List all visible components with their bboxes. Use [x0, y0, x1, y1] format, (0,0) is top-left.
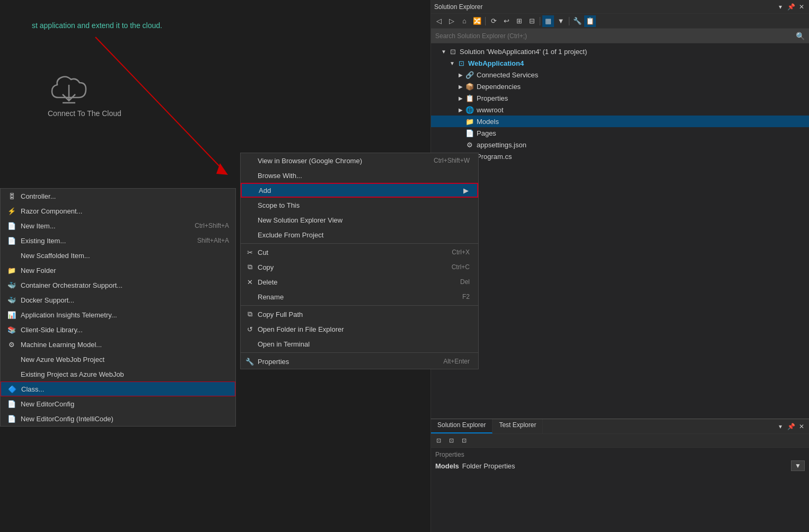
close-button[interactable]: ✕ — [797, 3, 806, 11]
settings-button[interactable]: 🔧 — [571, 15, 583, 27]
context-menu-item[interactable]: ✕DeleteDel — [241, 274, 478, 289]
context-menu-label: Scope to This — [258, 201, 300, 209]
add-submenu-label: New EditorConfig (IntelliCode) — [21, 415, 113, 423]
tree-item[interactable]: ▶📋Properties — [431, 92, 809, 104]
add-submenu-icon — [7, 369, 16, 379]
add-submenu-item[interactable]: ⚙Machine Learning Model... — [1, 337, 235, 352]
forward-button[interactable]: ▷ — [446, 15, 458, 27]
tree-item[interactable]: ▶📦Dependencies — [431, 81, 809, 92]
context-menu-item[interactable]: ✂CutCtrl+X — [241, 245, 478, 260]
context-menu-icon: 🔧 — [245, 357, 254, 366]
context-menu-item[interactable]: View in Browser (Google Chrome)Ctrl+Shif… — [241, 153, 478, 168]
add-submenu-item[interactable]: New Azure WebJob Project — [1, 352, 235, 367]
add-submenu-item[interactable]: 🎛Controller... — [1, 189, 235, 203]
bp-toolbar-btn-1[interactable]: ⊡ — [433, 436, 444, 446]
add-submenu-shortcut: Shift+Alt+A — [197, 237, 229, 244]
add-submenu-item[interactable]: 📁New Folder — [1, 263, 235, 278]
context-menu-item[interactable]: Exclude From Project — [241, 227, 478, 242]
tree-item[interactable]: ▶🔗Connected Services — [431, 69, 809, 81]
bp-content: Properties Models Folder Properties ▼ — [431, 448, 809, 532]
filter-button[interactable]: ▦ — [542, 15, 554, 27]
home-button[interactable]: ⌂ — [459, 15, 470, 27]
back-button[interactable]: ◁ — [433, 15, 445, 27]
tree-item[interactable]: ▶📁Models — [431, 116, 809, 127]
tree-icon: 📄 — [465, 128, 474, 138]
add-submenu-icon: ⚡ — [7, 206, 16, 216]
add-submenu-item[interactable]: 📄Existing Item...Shift+Alt+A — [1, 233, 235, 248]
add-submenu-item[interactable]: Existing Project as Azure WebJob — [1, 367, 235, 382]
add-submenu-icon: 📄 — [7, 221, 16, 230]
tree-item[interactable]: ▶🌐wwwroot — [431, 104, 809, 116]
bp-pin-window-button[interactable]: 📌 — [787, 422, 795, 431]
context-menu-item[interactable]: Open in Terminal — [241, 336, 478, 351]
add-submenu-item[interactable]: New Scaffolded Item... — [1, 248, 235, 263]
add-submenu-icon — [7, 251, 16, 260]
source-control-button[interactable]: 🔀 — [471, 15, 483, 27]
add-submenu-icon — [7, 354, 16, 364]
context-menu-item[interactable]: 🔧PropertiesAlt+Enter — [241, 354, 478, 369]
add-submenu-item[interactable]: 📊Application Insights Telemetry... — [1, 307, 235, 322]
tree-item-project[interactable]: ▼ ⊡ WebApplication4 — [431, 57, 809, 69]
horizontal-split-button[interactable]: ⊟ — [526, 15, 538, 27]
add-submenu-icon: 🐳 — [7, 280, 16, 290]
tree-icon: 🔗 — [465, 70, 474, 79]
context-menu-item[interactable]: Add▶ — [241, 183, 478, 198]
add-submenu-item[interactable]: 📄New Item...Ctrl+Shift+A — [1, 218, 235, 233]
add-submenu-item[interactable]: 📄New EditorConfig — [1, 396, 235, 411]
sync-button[interactable]: ⟳ — [488, 15, 499, 27]
project-icon: ⊡ — [456, 58, 466, 68]
tree-item[interactable]: ▶📝Program.cs — [431, 150, 809, 162]
se-tree: ▼ ⊡ Solution 'WebApplication4' (1 of 1 p… — [431, 43, 809, 419]
context-menu-label: Rename — [258, 293, 284, 301]
cloud-download-icon — [48, 72, 90, 104]
bp-toolbar-btn-3[interactable]: ⊡ — [459, 436, 469, 446]
context-menu-shortcut: Ctrl+C — [452, 263, 470, 271]
bp-pin-button[interactable]: ▾ — [776, 422, 785, 431]
tree-item[interactable]: ▶📄Pages — [431, 127, 809, 139]
add-submenu-shortcut: Ctrl+Shift+A — [195, 222, 229, 229]
add-submenu-item[interactable]: 📄New EditorConfig (IntelliCode) — [1, 411, 235, 426]
tree-item-solution[interactable]: ▼ ⊡ Solution 'WebApplication4' (1 of 1 p… — [431, 46, 809, 57]
add-submenu-item[interactable]: 📚Client-Side Library... — [1, 322, 235, 337]
collapse-button[interactable]: ▼ — [555, 15, 567, 27]
context-menu-label: Open Folder in File Explorer — [258, 325, 344, 333]
bp-prop-label: Models — [435, 462, 459, 470]
add-submenu-label: Client-Side Library... — [21, 326, 83, 334]
bp-close-button[interactable]: ✕ — [797, 422, 806, 431]
properties-button[interactable]: 📋 — [584, 15, 596, 27]
add-submenu-icon: ⚙ — [7, 340, 16, 349]
solution-label: Solution 'WebApplication4' (1 of 1 proje… — [460, 48, 587, 56]
bp-toolbar-btn-2[interactable]: ⊡ — [446, 436, 456, 446]
undo-button[interactable]: ↩ — [500, 15, 512, 27]
add-submenu-icon: 📚 — [7, 325, 16, 334]
tree-item[interactable]: ▶⚙appsettings.json — [431, 139, 809, 150]
add-submenu-item[interactable]: ⚡Razor Component... — [1, 203, 235, 218]
tab-test-explorer[interactable]: Test Explorer — [493, 419, 543, 433]
toolbar-separator-3 — [569, 17, 569, 25]
add-submenu-item[interactable]: 🔷Class... — [1, 382, 235, 396]
tree-label: Properties — [477, 94, 508, 102]
context-menu-item[interactable]: RenameF2 — [241, 289, 478, 304]
bp-dropdown[interactable]: ▼ — [791, 460, 805, 471]
context-menu-icon: ↺ — [245, 324, 254, 334]
bottom-panel: Solution Explorer Test Explorer ▾ 📌 ✕ ⊡ … — [430, 419, 809, 532]
add-submenu-label: New Item... — [21, 222, 56, 230]
pin-button[interactable]: ▾ — [776, 3, 785, 11]
bp-dropdown-btn[interactable]: ▼ — [791, 460, 805, 471]
tab-solution-explorer[interactable]: Solution Explorer — [431, 419, 493, 433]
se-search[interactable]: 🔍 — [431, 29, 809, 43]
context-menu-item[interactable]: Browse With... — [241, 168, 478, 183]
add-submenu-label: New Azure WebJob Project — [21, 356, 104, 363]
pin-window-button[interactable]: 📌 — [787, 3, 795, 11]
add-submenu-item[interactable]: 🐳Container Orchestrator Support... — [1, 278, 235, 292]
context-menu-item[interactable]: ↺Open Folder in File Explorer — [241, 322, 478, 336]
context-menu-item[interactable]: ⧉Copy Full Path — [241, 307, 478, 322]
tree-icon: 🌐 — [465, 105, 474, 114]
context-menu-item[interactable]: New Solution Explorer View — [241, 212, 478, 227]
layout-button[interactable]: ⊞ — [513, 15, 525, 27]
search-input[interactable] — [435, 32, 796, 40]
context-menu-icon: ⧉ — [245, 309, 254, 319]
add-submenu-item[interactable]: 🐳Docker Support... — [1, 292, 235, 307]
context-menu-item[interactable]: ⧉CopyCtrl+C — [241, 260, 478, 274]
context-menu-item[interactable]: Scope to This — [241, 198, 478, 212]
